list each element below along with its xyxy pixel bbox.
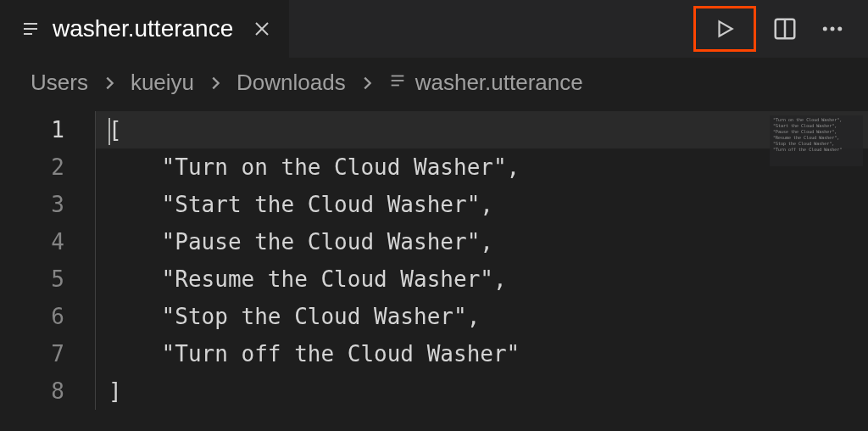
code-line[interactable]: "Start the Cloud Washer", bbox=[95, 186, 868, 223]
close-icon[interactable] bbox=[252, 19, 272, 39]
line-number: 6 bbox=[0, 298, 64, 335]
editor-toolbar bbox=[693, 6, 868, 52]
line-number: 7 bbox=[0, 335, 64, 372]
more-actions-button[interactable] bbox=[814, 10, 851, 48]
code-line[interactable]: "Resume the Cloud Washer", bbox=[95, 260, 868, 298]
run-button[interactable] bbox=[693, 6, 756, 52]
split-editor-button[interactable] bbox=[766, 10, 804, 48]
svg-marker-5 bbox=[720, 21, 732, 36]
svg-point-10 bbox=[837, 27, 842, 31]
file-icon bbox=[388, 70, 407, 96]
code-line[interactable]: "Turn on the Cloud Washer", bbox=[95, 148, 868, 186]
svg-point-8 bbox=[823, 27, 827, 31]
editor-tab[interactable]: washer.utterance bbox=[0, 0, 289, 58]
chevron-right-icon bbox=[206, 74, 225, 92]
code-line[interactable]: "Pause the Cloud Washer", bbox=[95, 223, 868, 260]
chevron-right-icon bbox=[100, 74, 119, 92]
breadcrumb-segment[interactable]: Downloads bbox=[236, 70, 346, 96]
minimap[interactable]: "Turn on the Cloud Washer","Start the Cl… bbox=[770, 115, 863, 166]
line-number: 2 bbox=[0, 148, 64, 186]
breadcrumb-filename: washer.utterance bbox=[415, 70, 583, 96]
gutter: 12345678 bbox=[0, 111, 95, 410]
line-number: 8 bbox=[0, 372, 64, 410]
tab-filename: washer.utterance bbox=[53, 15, 233, 42]
line-number: 1 bbox=[0, 111, 64, 148]
file-icon bbox=[20, 19, 41, 39]
breadcrumb-file[interactable]: washer.utterance bbox=[388, 70, 583, 96]
line-number: 4 bbox=[0, 223, 64, 260]
breadcrumb: Users kueiyu Downloads washer.utterance bbox=[0, 58, 868, 108]
breadcrumb-segment[interactable]: kueiyu bbox=[131, 70, 194, 96]
svg-point-9 bbox=[831, 27, 835, 31]
code-line[interactable]: [ bbox=[95, 111, 868, 148]
code-line[interactable]: "Stop the Cloud Washer", bbox=[95, 298, 868, 335]
chevron-right-icon bbox=[358, 74, 376, 92]
editor[interactable]: 12345678 [ "Turn on the Cloud Washer", "… bbox=[0, 108, 868, 410]
tab-bar: washer.utterance bbox=[0, 0, 868, 58]
line-number: 5 bbox=[0, 260, 64, 298]
code-line[interactable]: ] bbox=[95, 372, 868, 410]
code-line[interactable]: "Turn off the Cloud Washer" bbox=[95, 335, 868, 372]
code-area[interactable]: [ "Turn on the Cloud Washer", "Start the… bbox=[95, 111, 868, 410]
breadcrumb-segment[interactable]: Users bbox=[31, 70, 88, 96]
line-number: 3 bbox=[0, 186, 64, 223]
